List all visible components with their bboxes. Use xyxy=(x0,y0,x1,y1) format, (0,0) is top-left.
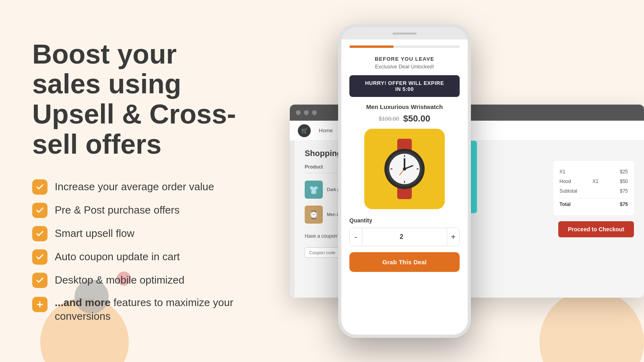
quantity-plus-button[interactable]: + xyxy=(447,228,459,246)
feature-text-avg-order: Increase your average order value xyxy=(55,181,214,193)
watch-image-container xyxy=(364,129,445,209)
total-label: Total xyxy=(559,202,571,207)
feature-item-smart-upsell: Smart upsell flow xyxy=(32,226,250,241)
check-icon-desktop-mobile xyxy=(32,273,47,288)
plus-icon-more xyxy=(32,297,47,312)
hoodie-qty: X1 xyxy=(592,179,599,184)
grab-deal-button[interactable]: Grab This Deal xyxy=(349,252,460,272)
timer-display: HURRY! OFFER WILL EXPIRE IN 5:00 xyxy=(349,75,460,97)
watch-price: $25 xyxy=(620,169,628,175)
feature-item-avg-order: Increase your average order value xyxy=(32,179,250,195)
cart-row-subtotal: Subtotal $75 xyxy=(559,186,628,196)
phone-notch-bar xyxy=(392,33,417,35)
browser-dot-3 xyxy=(312,110,317,115)
subtotal-value: $75 xyxy=(620,188,628,194)
feature-text-smart-upsell: Smart upsell flow xyxy=(55,227,134,240)
feature-item-desktop-mobile: Desktop & mobile optimized xyxy=(32,273,250,288)
features-list: Increase your average order value Pre & … xyxy=(32,179,250,323)
exclusive-deal-label: Exclusive Deal Unlocked! xyxy=(375,64,434,70)
cart-row-hoodie: Hood X1 $50 xyxy=(559,177,628,186)
check-icon-smart-upsell xyxy=(32,226,47,241)
checkout-button[interactable]: Proceed to Checkout xyxy=(558,221,634,237)
phone-content: BEFORE YOU LEAVE Exclusive Deal Unlocked… xyxy=(341,39,468,335)
main-title: Boost your sales using Upsell & Cross-se… xyxy=(32,39,250,159)
more-feature-text: ...and more features to maximize your co… xyxy=(55,296,250,323)
total-value: $75 xyxy=(620,202,628,207)
nav-home[interactable]: Home xyxy=(319,128,333,134)
quantity-label: Quantity xyxy=(349,217,372,224)
phone-notch xyxy=(341,27,468,39)
check-icon-avg-order xyxy=(32,179,47,195)
hoodie-image: 👕 xyxy=(305,181,323,199)
quantity-minus-button[interactable]: - xyxy=(350,228,362,246)
price-row: $100.00 $50.00 xyxy=(379,113,430,124)
subtotal-label: Subtotal xyxy=(559,188,577,194)
original-price: $100.00 xyxy=(379,115,399,122)
phone-mockup: BEFORE YOU LEAVE Exclusive Deal Unlocked… xyxy=(338,24,471,338)
check-icon-pre-post xyxy=(32,203,47,218)
svg-point-8 xyxy=(403,167,406,171)
modal-product-name: Men Luxurious Wristwatch xyxy=(366,103,443,110)
cart-col-product: Product xyxy=(305,164,323,170)
watch-qty: X1 xyxy=(559,169,566,175)
feature-item-more: ...and more features to maximize your co… xyxy=(32,296,250,323)
browser-dot-1 xyxy=(296,110,301,115)
cart-row-total: Total $75 xyxy=(559,198,628,209)
cart-totals: X1 $25 Hood X1 $50 Subtotal $75 xyxy=(553,161,634,215)
quantity-control: - + xyxy=(349,228,460,246)
before-you-leave-label: BEFORE YOU LEAVE xyxy=(375,56,434,62)
cart-row-watch: X1 $25 xyxy=(559,167,628,177)
browser-dot-2 xyxy=(304,110,309,115)
sale-price: $50.00 xyxy=(403,113,430,124)
hoodie-price: $50 xyxy=(620,179,628,184)
site-sidebar xyxy=(290,141,295,298)
watch-image-cart: ⌚ xyxy=(305,206,323,224)
feature-item-auto-coupon: Auto coupon update in cart xyxy=(32,249,250,265)
right-panel: 🛒 Home Blog Shop About Shopping Cart Pro… xyxy=(258,0,644,362)
hoodie-label: Hood xyxy=(559,179,571,184)
watch-svg xyxy=(372,137,437,201)
feature-text-desktop-mobile: Desktop & mobile optimized xyxy=(55,274,184,286)
feature-item-pre-post: Pre & Post purchase offers xyxy=(32,203,250,218)
feature-text-pre-post: Pre & Post purchase offers xyxy=(55,204,180,216)
left-panel: Boost your sales using Upsell & Cross-se… xyxy=(0,0,274,362)
check-icon-auto-coupon xyxy=(32,249,47,265)
modal-content: BEFORE YOU LEAVE Exclusive Deal Unlocked… xyxy=(341,48,468,335)
site-logo: 🛒 xyxy=(298,124,311,137)
quantity-input[interactable] xyxy=(362,228,447,246)
feature-text-auto-coupon: Auto coupon update in cart xyxy=(55,251,180,263)
